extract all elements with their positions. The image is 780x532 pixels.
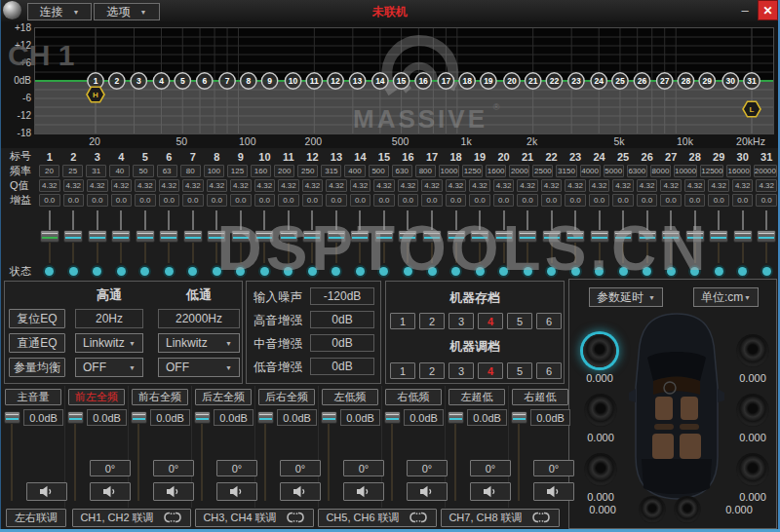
- eq-band-marker-9[interactable]: 9: [261, 73, 277, 89]
- channel-select-7[interactable]: 右低频: [385, 389, 442, 405]
- fader-track[interactable]: [646, 243, 648, 263]
- fader-handle[interactable]: [350, 230, 370, 243]
- fader-handle[interactable]: [302, 230, 322, 243]
- band-status-led-24[interactable]: [595, 267, 604, 276]
- channel-mute-button[interactable]: [533, 482, 574, 501]
- channel-mute-button[interactable]: [216, 482, 257, 501]
- fader-track[interactable]: [742, 210, 744, 230]
- preset-save-button-1[interactable]: 1: [390, 313, 415, 329]
- delay-unit-dropdown[interactable]: 单位:cm▼: [693, 287, 759, 307]
- channel-gain-value[interactable]: 0.0dB: [150, 409, 190, 426]
- band-freq-cell[interactable]: 1000: [439, 165, 459, 177]
- fader-track[interactable]: [622, 210, 624, 230]
- band-freq-cell[interactable]: 1600: [486, 165, 506, 177]
- delay-knob-front-left[interactable]: [583, 334, 616, 367]
- band-status-led-8[interactable]: [213, 267, 221, 276]
- band-q-cell[interactable]: 4.32: [517, 179, 538, 192]
- fader-track[interactable]: [168, 243, 170, 263]
- fader-handle[interactable]: [542, 230, 562, 243]
- band-freq-cell[interactable]: 3150: [556, 165, 576, 177]
- reset-eq-button[interactable]: 复位EQ: [9, 309, 65, 328]
- fader-handle[interactable]: [661, 230, 681, 243]
- eq-band-marker-17[interactable]: 17: [438, 73, 453, 89]
- fader-handle[interactable]: [422, 230, 442, 243]
- eq-band-marker-25[interactable]: 25: [612, 73, 628, 89]
- band-freq-cell[interactable]: 8000: [650, 165, 671, 177]
- fader-track[interactable]: [574, 243, 576, 263]
- channel-fader-track[interactable]: [137, 424, 139, 501]
- fader-track[interactable]: [215, 243, 217, 263]
- preset-save-button-4[interactable]: 4: [478, 313, 503, 329]
- band-q-cell[interactable]: 4.32: [612, 179, 634, 192]
- fader-handle[interactable]: [207, 230, 226, 243]
- band-status-led-12[interactable]: [308, 267, 317, 276]
- eq-band-marker-16[interactable]: 16: [415, 73, 431, 89]
- fader-track[interactable]: [479, 243, 481, 263]
- fader-track[interactable]: [120, 210, 122, 230]
- eq-band-marker-14[interactable]: 14: [372, 73, 388, 89]
- band-gain-cell[interactable]: 0.0: [254, 194, 276, 207]
- band-gain-cell[interactable]: 0.0: [373, 194, 395, 207]
- preset-recall-button-4[interactable]: 4: [478, 362, 503, 379]
- channel-phase-button[interactable]: 0°: [280, 460, 321, 476]
- fader-handle[interactable]: [111, 230, 131, 243]
- channel-select-9[interactable]: 右超低: [512, 389, 568, 405]
- eq-plot-area[interactable]: MASSIVE®12345678910111213141516171819202…: [34, 27, 774, 134]
- band-freq-cell[interactable]: 63: [157, 165, 177, 177]
- bypass-eq-button[interactable]: 直通EQ: [9, 333, 65, 353]
- lp-freq-value[interactable]: 22000Hz: [158, 309, 240, 328]
- band-freq-cell[interactable]: 400: [344, 165, 365, 177]
- fader-handle[interactable]: [590, 230, 609, 243]
- channel-phase-button[interactable]: 0°: [153, 460, 194, 476]
- band-freq-cell[interactable]: 20: [39, 165, 59, 177]
- fader-handle[interactable]: [470, 230, 489, 243]
- channel-gain-value[interactable]: 0.0dB: [340, 409, 380, 426]
- preset-recall-button-2[interactable]: 2: [419, 362, 445, 379]
- band-freq-cell[interactable]: 1250: [462, 165, 483, 177]
- band-status-led-1[interactable]: [45, 267, 54, 276]
- fader-track[interactable]: [574, 210, 576, 230]
- fader-handle[interactable]: [183, 230, 203, 243]
- fader-handle[interactable]: [159, 230, 178, 243]
- delay-knob-front-right[interactable]: [736, 334, 769, 367]
- band-freq-cell[interactable]: 31: [86, 165, 106, 177]
- fader-track[interactable]: [670, 210, 672, 230]
- band-status-led-25[interactable]: [619, 267, 628, 276]
- band-gain-cell[interactable]: 0.0: [350, 194, 371, 207]
- link-left-right-button[interactable]: 左右联调: [6, 509, 66, 527]
- band-freq-cell[interactable]: 2500: [532, 165, 553, 177]
- band-freq-cell[interactable]: 10000: [674, 165, 697, 177]
- band-gain-cell[interactable]: 0.0: [182, 194, 204, 207]
- channel-select-5[interactable]: 后右全频: [258, 389, 315, 405]
- band-q-cell[interactable]: 4.32: [708, 179, 729, 192]
- tone-value[interactable]: 0dB: [310, 311, 374, 328]
- band-status-led-26[interactable]: [643, 267, 651, 276]
- band-gain-cell[interactable]: 0.0: [708, 194, 729, 207]
- band-gain-cell[interactable]: 0.0: [589, 194, 610, 207]
- band-status-led-15[interactable]: [379, 267, 388, 276]
- band-freq-cell[interactable]: 6300: [627, 165, 647, 177]
- band-q-cell[interactable]: 4.32: [302, 179, 324, 192]
- eq-band-marker-7[interactable]: 7: [219, 73, 235, 89]
- band-gain-cell[interactable]: 0.0: [398, 194, 419, 207]
- tone-value[interactable]: 0dB: [310, 358, 374, 375]
- band-gain-cell[interactable]: 0.0: [421, 194, 443, 207]
- fader-handle[interactable]: [757, 230, 776, 243]
- band-q-cell[interactable]: 4.32: [111, 179, 133, 192]
- fader-track[interactable]: [599, 210, 601, 230]
- channel-mute-button[interactable]: [153, 482, 194, 501]
- channel-fader-handle[interactable]: [131, 411, 147, 424]
- band-gain-cell[interactable]: 0.0: [660, 194, 682, 207]
- fader-track[interactable]: [670, 243, 672, 263]
- eq-band-marker-24[interactable]: 24: [591, 73, 606, 89]
- fader-track[interactable]: [288, 210, 290, 230]
- fader-handle[interactable]: [494, 230, 514, 243]
- link-pair-button-3[interactable]: CH5, CH6 联调: [318, 509, 437, 527]
- delay-knob-sub-left[interactable]: [639, 496, 666, 523]
- preset-recall-button-1[interactable]: 1: [390, 362, 415, 379]
- band-freq-cell[interactable]: 200: [274, 165, 294, 177]
- band-gain-cell[interactable]: 0.0: [732, 194, 754, 207]
- preset-save-button-2[interactable]: 2: [419, 313, 445, 329]
- fader-track[interactable]: [765, 210, 767, 230]
- fader-track[interactable]: [479, 210, 481, 230]
